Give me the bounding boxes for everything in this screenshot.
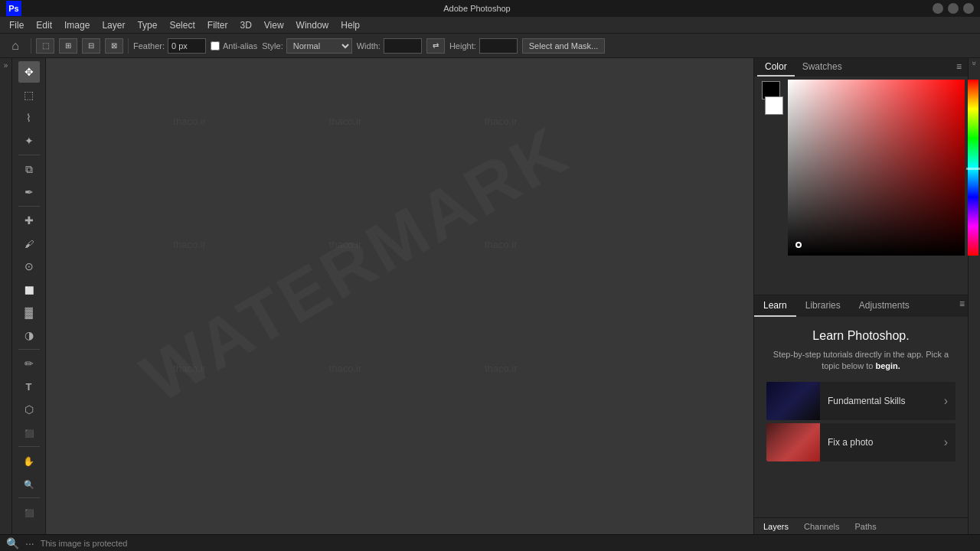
subtract-selection-button[interactable]: ⊟ [82, 38, 100, 54]
watermark-small-2: thaco.ir [329, 116, 362, 127]
tool-heal[interactable] [18, 210, 40, 231]
more-options-icon[interactable]: ··· [25, 537, 34, 549]
learn-card-arrow-2: › [944, 435, 956, 449]
tool-separator-3 [18, 349, 40, 350]
app-logo: Ps [6, 1, 21, 16]
learn-card-thumb-1 [766, 382, 820, 420]
tab-adjustments[interactable]: Adjustments [850, 295, 919, 317]
learn-card-thumb-2 [766, 423, 820, 461]
color-panel-tabs: Color Swatches ≡ [754, 58, 968, 77]
toggle-panels-button[interactable]: » [970, 61, 978, 66]
maximize-button[interactable]: □ [948, 3, 959, 14]
menu-item-edit[interactable]: Edit [30, 18, 58, 32]
hue-bar[interactable] [968, 80, 978, 256]
main-layout: » thaco.ir thaco.ir thaco.ir [0, 58, 980, 534]
menu-item-layer[interactable]: Layer [96, 18, 131, 32]
learn-panel-options[interactable]: ≡ [956, 295, 968, 317]
menu-item-file[interactable]: File [3, 18, 30, 32]
menu-item-image[interactable]: Image [58, 18, 96, 32]
tool-pen[interactable] [18, 353, 40, 374]
tab-layers[interactable]: Layers [759, 520, 793, 533]
window-controls: _ □ × [933, 3, 974, 14]
canvas-content: thaco.ir thaco.ir thaco.ir thaco.ir thac… [46, 58, 753, 534]
feather-group: Feather: [133, 38, 206, 54]
tab-channels[interactable]: Channels [799, 520, 844, 533]
tool-eraser[interactable] [18, 279, 40, 300]
tool-dodge[interactable] [18, 324, 40, 346]
home-button[interactable]: ⌂ [5, 35, 26, 57]
learn-panel: Learn Libraries Adjustments ≡ Learn Phot… [754, 295, 968, 534]
style-select[interactable]: Normal Fixed Ratio Fixed Size [286, 38, 352, 54]
tab-swatches[interactable]: Swatches [795, 58, 850, 77]
background-color-swatch[interactable] [765, 96, 783, 115]
width-input[interactable] [384, 38, 422, 54]
tool-move[interactable] [18, 61, 40, 83]
height-group: Height: [449, 38, 518, 54]
tool-stamp[interactable] [18, 256, 40, 277]
width-label: Width: [357, 41, 381, 51]
color-panel-options[interactable]: ≡ [953, 58, 965, 77]
menu-item-type[interactable]: Type [131, 18, 163, 32]
tool-separator-1 [18, 155, 40, 155]
learn-card-fundamental[interactable]: Fundamental Skills › [766, 382, 956, 420]
new-selection-button[interactable]: ⬚ [36, 38, 54, 54]
tool-brush[interactable] [18, 233, 40, 254]
watermark-small-1: thaco.ir [173, 116, 206, 127]
menu-item-3d[interactable]: 3D [234, 18, 257, 32]
width-group: Width: [357, 38, 422, 54]
swap-dimensions-button[interactable]: ⇄ [426, 38, 445, 54]
menu-item-view[interactable]: View [258, 18, 290, 32]
select-mask-button[interactable]: Select and Mask... [522, 38, 606, 54]
tool-separator-2 [18, 206, 40, 207]
tool-select-rect[interactable] [18, 84, 40, 106]
learn-card-fix-photo[interactable]: Fix a photo › [766, 423, 956, 461]
menu-item-filter[interactable]: Filter [201, 18, 234, 32]
anti-alias-checkbox[interactable] [211, 41, 220, 51]
tool-lasso[interactable] [18, 107, 40, 129]
tool-shape[interactable] [18, 422, 40, 443]
cursor-indicator [329, 298, 337, 305]
height-label: Height: [449, 41, 476, 51]
tool-fg-bg[interactable] [18, 501, 40, 523]
left-panel-strip: » [0, 58, 12, 534]
tool-zoom[interactable] [18, 473, 40, 494]
status-bar: 🔍 ··· This image is protected [0, 534, 980, 551]
anti-alias-group: Anti-alias [211, 41, 257, 51]
close-button[interactable]: × [963, 3, 974, 14]
learn-description: Step-by-step tutorials directly in the a… [766, 349, 956, 373]
intersect-selection-button[interactable]: ⊠ [105, 38, 123, 54]
thumb-image-1 [766, 382, 820, 420]
panels-toggle-btn[interactable]: » [4, 61, 8, 70]
canvas-area[interactable]: thaco.ir thaco.ir thaco.ir thaco.ir thac… [46, 58, 753, 534]
color-picker-area [754, 77, 968, 295]
feather-input[interactable] [168, 38, 206, 54]
style-group: Style: Normal Fixed Ratio Fixed Size [262, 38, 352, 54]
color-panel: Color Swatches ≡ [754, 58, 968, 295]
tool-gradient[interactable] [18, 302, 40, 323]
color-gradient-picker[interactable] [788, 80, 965, 256]
title-bar: Ps Adobe Photoshop _ □ × [0, 0, 980, 17]
menu-item-help[interactable]: Help [335, 18, 366, 32]
zoom-icon[interactable]: 🔍 [6, 537, 19, 549]
add-selection-button[interactable]: ⊞ [59, 38, 77, 54]
tool-magic-wand[interactable] [18, 130, 40, 152]
learn-card-arrow-1: › [944, 394, 956, 408]
color-gradient-box [788, 80, 965, 292]
tool-crop[interactable] [18, 158, 40, 180]
minimize-button[interactable]: _ [933, 3, 943, 14]
tab-libraries[interactable]: Libraries [796, 295, 850, 317]
tool-path[interactable] [18, 399, 40, 420]
tool-text[interactable] [18, 376, 40, 397]
menu-item-select[interactable]: Select [163, 18, 201, 32]
tool-hand[interactable] [18, 450, 40, 471]
learn-content: Learn Photoshop. Step-by-step tutorials … [754, 317, 968, 517]
height-input[interactable] [479, 38, 518, 54]
thumb-image-2 [766, 423, 820, 461]
right-panel: Color Swatches ≡ [753, 58, 968, 534]
tool-eyedropper[interactable] [18, 181, 40, 203]
tab-color[interactable]: Color [757, 58, 795, 77]
menu-item-window[interactable]: Window [290, 18, 335, 32]
tab-learn[interactable]: Learn [754, 295, 796, 317]
tab-paths[interactable]: Paths [851, 520, 881, 533]
toolbar-separator [31, 38, 31, 54]
